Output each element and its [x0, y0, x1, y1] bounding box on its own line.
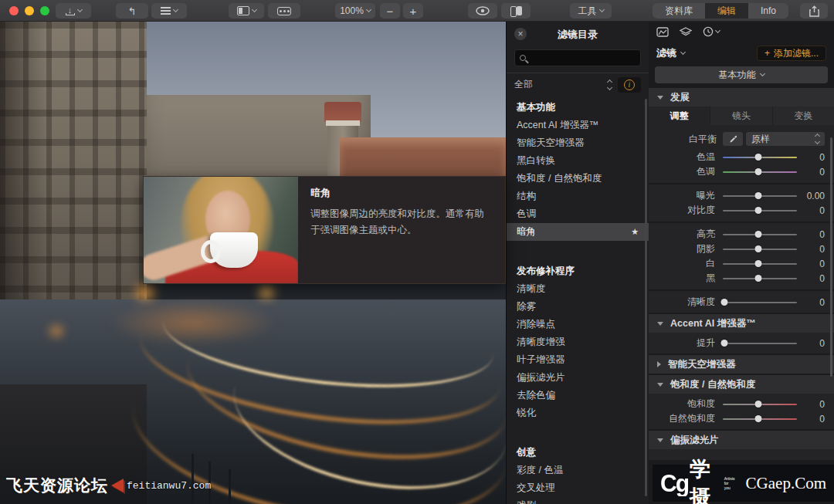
slider-track[interactable] — [723, 302, 797, 303]
catalog-item[interactable]: Accent AI 增强器™ — [507, 117, 649, 134]
collapse-triangle-icon — [657, 322, 663, 326]
slider-track[interactable] — [723, 249, 797, 250]
catalog-item[interactable]: 智能天空增强器 — [507, 134, 649, 152]
minimize-window-button[interactable] — [25, 6, 34, 15]
catalog-item[interactable]: 结构 — [507, 188, 649, 205]
catalog-item[interactable]: 黑白转换 — [507, 152, 649, 170]
slider-thumb[interactable] — [755, 154, 762, 161]
minus-icon: − — [387, 5, 394, 18]
develop-section-header[interactable]: 发展 — [649, 88, 834, 107]
share-button[interactable] — [800, 3, 828, 19]
filters-dropdown[interactable]: 滤镜 — [656, 46, 685, 60]
catalog-item[interactable]: 消除噪点 — [507, 316, 649, 333]
slider-thumb[interactable] — [720, 299, 727, 306]
close-window-button[interactable] — [9, 6, 19, 15]
slider-value: 0 — [797, 229, 825, 240]
filmstrip-toggle-button[interactable] — [268, 3, 300, 19]
export-button[interactable]: ↓ — [56, 3, 91, 19]
slider-thumb[interactable] — [755, 401, 762, 408]
info-button[interactable]: i — [618, 77, 641, 93]
photo-lamp-glow — [46, 323, 66, 340]
catalog-item[interactable]: 交叉处理 — [507, 479, 649, 497]
tools-dropdown[interactable]: 工具 — [570, 3, 612, 19]
zoom-level-dropdown[interactable]: 100% — [335, 3, 375, 19]
tab-library[interactable]: 资料库 — [653, 3, 705, 19]
zoom-out-button[interactable]: − — [380, 3, 400, 19]
slider-thumb[interactable] — [755, 415, 762, 422]
polarizing-section-header[interactable]: 偏振滤光片 — [649, 431, 834, 449]
catalog-item[interactable]: 色调 — [507, 205, 649, 223]
collapse-triangle-icon — [657, 438, 663, 442]
catalog-scrollbar[interactable] — [645, 99, 647, 496]
catalog-item[interactable]: 彩度 / 色温 — [507, 462, 649, 479]
add-filter-button[interactable]: + 添加滤镜... — [757, 46, 826, 61]
photo-tower-band — [326, 120, 360, 126]
section-accent-ai: Accent AI 增强器™ 提升0 — [649, 314, 834, 353]
slider-thumb[interactable] — [755, 275, 762, 282]
catalog-item[interactable]: 暗角★ — [507, 223, 649, 241]
layers-button[interactable] — [680, 27, 692, 37]
slider-value: 0 — [797, 152, 825, 163]
slider-thumb[interactable] — [755, 245, 762, 252]
chevron-down-icon — [76, 7, 82, 12]
slider-row: 清晰度0 — [649, 295, 834, 310]
develop-tab[interactable]: 变换 — [773, 107, 834, 125]
category-dropdown[interactable]: 全部 — [514, 78, 612, 91]
slider-track[interactable] — [723, 234, 797, 235]
favorite-star-icon[interactable]: ★ — [631, 227, 639, 237]
slider-label: 曝光 — [649, 189, 723, 202]
develop-tab[interactable]: 镜头 — [710, 107, 772, 125]
close-icon[interactable]: × — [514, 28, 527, 40]
white-balance-dropdown[interactable]: 原样 — [746, 132, 825, 146]
slider-thumb[interactable] — [755, 168, 762, 175]
accent-ai-section-header[interactable]: Accent AI 增强器™ — [649, 314, 834, 333]
slider-thumb[interactable] — [755, 192, 762, 199]
preview-toggle-button[interactable] — [468, 3, 497, 19]
slider-thumb[interactable] — [720, 340, 727, 347]
white-balance-eyedropper[interactable] — [723, 132, 743, 146]
histogram-button[interactable] — [656, 27, 669, 37]
undo-button[interactable]: ↰ — [116, 3, 148, 19]
catalog-item[interactable]: 戏剧 — [507, 497, 649, 504]
presets-button[interactable] — [151, 3, 187, 19]
panel-toggle-button[interactable] — [229, 3, 264, 19]
slider-track[interactable] — [723, 404, 797, 405]
maximize-window-button[interactable] — [40, 6, 49, 15]
workspace-dropdown[interactable]: 基本功能 — [655, 66, 828, 83]
info-icon: i — [624, 79, 635, 90]
catalog-item[interactable]: 除雾 — [507, 298, 649, 316]
slider-track[interactable] — [723, 343, 797, 344]
slider-value: 0 — [797, 414, 825, 425]
history-button[interactable] — [703, 26, 720, 37]
search-input[interactable] — [530, 52, 636, 63]
catalog-item[interactable]: 叶子增强器 — [507, 351, 649, 369]
clock-icon — [703, 26, 714, 37]
slider-thumb[interactable] — [755, 207, 762, 214]
slider-track[interactable] — [723, 210, 797, 211]
slider-track[interactable] — [723, 278, 797, 279]
catalog-item[interactable]: 去除色偏 — [507, 387, 649, 404]
slider-track[interactable] — [723, 263, 797, 265]
slider-track[interactable] — [723, 418, 797, 420]
slider-thumb[interactable] — [755, 260, 762, 267]
edit-side-panel: 滤镜 + 添加滤镜... 基本功能 发展 调整镜头变换 白平衡 — [649, 22, 834, 504]
section-saturation: 饱和度 / 自然饱和度 饱和度0自然饱和度0 — [649, 375, 834, 429]
slider-thumb[interactable] — [755, 231, 762, 238]
panel-scrollbar[interactable] — [830, 137, 832, 377]
zoom-in-button[interactable]: + — [403, 3, 423, 19]
catalog-search-box[interactable] — [514, 49, 641, 66]
sky-enhancer-section-header[interactable]: 智能天空增强器 — [649, 355, 834, 374]
catalog-item[interactable]: 饱和度 / 自然饱和度 — [507, 170, 649, 188]
tab-edit[interactable]: 编辑 — [705, 3, 748, 19]
catalog-item[interactable]: 偏振滤光片 — [507, 369, 649, 387]
slider-track[interactable] — [723, 195, 797, 197]
catalog-item[interactable]: 清晰度增强 — [507, 333, 649, 351]
compare-button[interactable] — [501, 3, 531, 19]
slider-track[interactable] — [723, 157, 797, 158]
saturation-section-header[interactable]: 饱和度 / 自然饱和度 — [649, 375, 834, 394]
tab-info[interactable]: Info — [748, 3, 788, 19]
catalog-item[interactable]: 锐化 — [507, 404, 649, 422]
slider-track[interactable] — [723, 171, 797, 173]
catalog-item[interactable]: 清晰度 — [507, 280, 649, 298]
develop-tab[interactable]: 调整 — [649, 107, 710, 125]
